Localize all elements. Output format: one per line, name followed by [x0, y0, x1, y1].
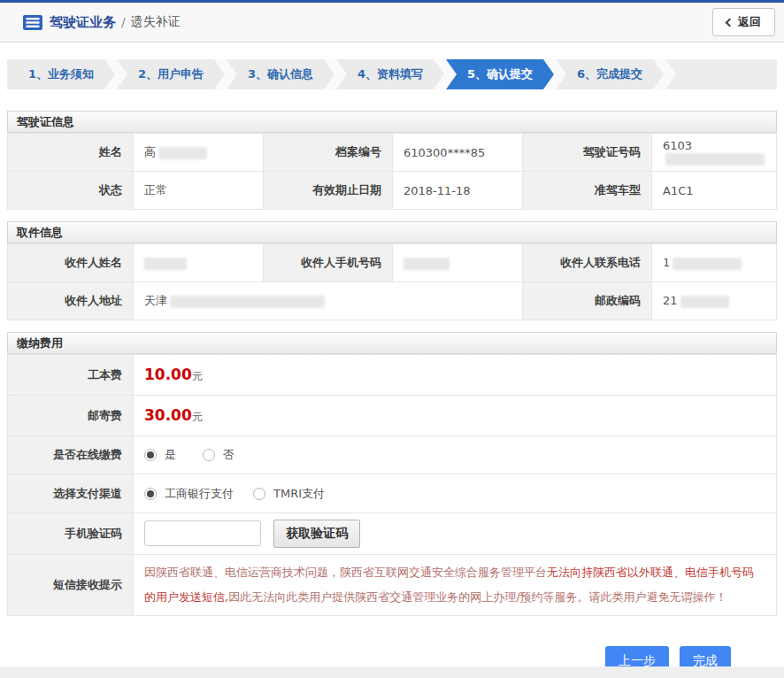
table-row: 姓名 高 档案编号 610300****85 驾驶证号码 6103: [8, 134, 777, 172]
redaction-blur: [404, 258, 450, 270]
license-no-label: 驾驶证号码: [523, 134, 652, 172]
online-payment-label: 是否在线缴费: [8, 436, 134, 474]
step-wizard: 1、业务须知 2、用户申告 3、确认信息 4、资料填写 5、确认提交 6、完成提…: [7, 59, 777, 89]
online-payment-no-option[interactable]: 否: [203, 447, 234, 463]
step-3-confirm-info: 3、确认信息: [227, 59, 334, 89]
pickup-info-table: 收件人姓名 收件人手机号码 收件人联系电话 1 收件人地址 天津 邮政编码 21: [7, 243, 777, 320]
license-no-value: 6103: [652, 134, 777, 172]
radio-checked-icon[interactable]: [144, 449, 157, 461]
sms-notice-text: 因陕西省联通、电信运营商技术问题，陕西省互联网交通安全综合服务管理平台无法向持陕…: [134, 555, 777, 616]
redaction-blur: [144, 258, 187, 270]
document-list-icon: [23, 15, 42, 30]
recipient-mobile-label: 收件人手机号码: [264, 244, 393, 282]
radio-unchecked-icon[interactable]: [253, 488, 265, 500]
payment-channel-value: 工商银行支付 TMRI支付: [134, 474, 777, 513]
redaction-blur: [665, 153, 765, 166]
file-no-label: 档案编号: [264, 134, 393, 172]
file-no-value: 610300****85: [393, 134, 523, 172]
table-row: 手机验证码 获取验证码: [8, 513, 777, 555]
online-payment-value: 是 否: [134, 436, 777, 474]
license-info-section-title: 驾驶证信息: [7, 111, 777, 133]
table-row: 状态 正常 有效期止日期 2018-11-18 准驾车型 A1C1: [8, 172, 777, 210]
breadcrumb-current: 遗失补证: [131, 14, 181, 30]
license-info-section: 驾驶证信息 姓名 高 档案编号 610300****85 驾驶证号码 6103 …: [7, 111, 777, 210]
payment-table: 工本费 10.00元 邮寄费 30.00元 是否在线缴费 是: [7, 354, 777, 616]
postage-fee-amount: 30.00: [144, 406, 192, 424]
breadcrumb-divider: /: [121, 15, 126, 29]
table-row: 选择支付渠道 工商银行支付 TMRI支付: [8, 474, 777, 513]
notice-segment: 因陕西省联通、电信运营商技术问题，陕西省互联网交通安全综合服务管理平台: [144, 566, 547, 579]
table-row: 邮寄费 30.00元: [8, 396, 777, 436]
channel-tmri-label: TMRI支付: [273, 486, 325, 502]
channel-icbc-option[interactable]: 工商银行支付: [144, 486, 234, 502]
step-6-complete-submit: 6、完成提交: [556, 59, 664, 89]
pickup-info-section: 取件信息 收件人姓名 收件人手机号码 收件人联系电话 1 收件人地址 天津 邮政…: [7, 221, 777, 320]
postal-code-label: 邮政编码: [523, 282, 652, 320]
postage-fee-unit: 元: [192, 411, 203, 423]
table-row: 收件人姓名 收件人手机号码 收件人联系电话 1: [8, 244, 777, 282]
channel-icbc-label: 工商银行支付: [165, 486, 234, 502]
production-fee-label: 工本费: [8, 355, 134, 396]
expiry-label: 有效期止日期: [264, 172, 393, 210]
redaction-blur: [158, 147, 207, 159]
chevron-left-icon: [726, 19, 734, 27]
production-fee-amount: 10.00: [144, 366, 192, 383]
recipient-address-value: 天津: [134, 282, 523, 320]
table-row: 工本费 10.00元: [8, 355, 777, 396]
expiry-value: 2018-11-18: [393, 172, 523, 210]
table-row: 收件人地址 天津 邮政编码 21: [8, 282, 777, 320]
sms-code-label: 手机验证码: [8, 513, 134, 555]
payment-section-title: 缴纳费用: [7, 332, 777, 354]
recipient-address-label: 收件人地址: [8, 282, 134, 320]
payment-section: 缴纳费用 工本费 10.00元 邮寄费 30.00元 是否在线缴费 是: [7, 332, 777, 616]
recipient-mobile-value: [393, 244, 523, 282]
vehicle-class-value: A1C1: [652, 172, 777, 210]
name-label: 姓名: [8, 134, 134, 172]
postage-fee-value: 30.00元: [134, 396, 777, 436]
name-value: 高: [134, 134, 264, 172]
production-fee-unit: 元: [192, 370, 203, 382]
production-fee-value: 10.00元: [134, 355, 777, 396]
recipient-phone-value: 1: [652, 244, 777, 282]
step-5-confirm-submit: 5、确认提交: [446, 59, 554, 89]
sms-notice-label: 短信接收提示: [8, 555, 134, 616]
back-button-label: 返回: [738, 14, 761, 30]
pickup-info-section-title: 取件信息: [7, 221, 777, 243]
postal-code-value: 21: [652, 282, 777, 320]
step-wizard-filler: [665, 59, 777, 89]
page-header: 驾驶证业务 / 遗失补证 返回: [0, 3, 784, 42]
table-row: 短信接收提示 因陕西省联通、电信运营商技术问题，陕西省互联网交通安全综合服务管理…: [8, 555, 777, 616]
vehicle-class-label: 准驾车型: [523, 172, 652, 210]
recipient-phone-label: 收件人联系电话: [523, 244, 652, 282]
step-1-business-notice: 1、业务须知: [7, 59, 115, 89]
radio-unchecked-icon[interactable]: [203, 449, 215, 461]
redaction-blur: [673, 258, 742, 270]
redaction-blur: [680, 296, 729, 308]
page-title: 驾驶证业务: [50, 14, 116, 31]
sms-code-value: 获取验证码: [134, 513, 777, 555]
table-row: 是否在线缴费 是 否: [8, 436, 777, 474]
sms-code-input[interactable]: [144, 520, 261, 546]
online-payment-yes-option[interactable]: 是: [144, 447, 176, 463]
online-payment-no-label: 否: [223, 447, 234, 463]
status-value: 正常: [134, 172, 264, 210]
bottom-strip: [0, 666, 784, 678]
redaction-blur: [170, 296, 325, 308]
back-button[interactable]: 返回: [712, 8, 775, 36]
payment-channel-label: 选择支付渠道: [8, 474, 134, 513]
postage-fee-label: 邮寄费: [8, 396, 134, 436]
status-label: 状态: [8, 172, 134, 210]
get-code-button[interactable]: 获取验证码: [273, 520, 360, 548]
step-4-fill-materials: 4、资料填写: [336, 59, 444, 89]
online-payment-yes-label: 是: [165, 447, 176, 463]
license-info-table: 姓名 高 档案编号 610300****85 驾驶证号码 6103 状态 正常 …: [7, 133, 777, 210]
channel-tmri-option[interactable]: TMRI支付: [253, 486, 325, 502]
recipient-name-label: 收件人姓名: [8, 244, 134, 282]
step-2-user-declaration: 2、用户申告: [117, 59, 225, 89]
recipient-name-value: [134, 244, 264, 282]
notice-segment: 因此无法向此类用户提供陕西省交通管理业务的网上办理/预约等服务。请此类用户避免无…: [228, 590, 726, 604]
radio-checked-icon[interactable]: [144, 488, 157, 500]
